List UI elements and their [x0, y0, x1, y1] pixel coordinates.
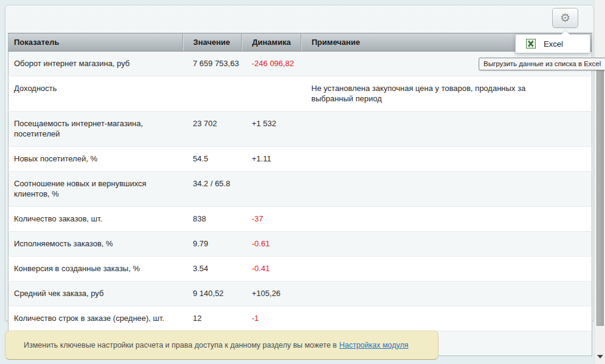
indicator-cell: Новых посетителей, % — [9, 147, 183, 172]
dynamics-cell — [242, 172, 301, 207]
column-header-dynamics[interactable]: Динамика — [242, 33, 301, 52]
indicator-cell: Исполняемость заказов, % — [9, 232, 183, 257]
excel-export-tooltip: Выгрузить данные из списка в Excel — [479, 58, 605, 70]
dynamics-cell: -246 096,82 — [242, 52, 301, 76]
report-toolbar: ⚙ — [5, 5, 593, 33]
value-cell: 34.2 / 65.8 — [183, 172, 242, 207]
indicator-cell: Оборот интернет магазина, руб — [9, 52, 183, 76]
gear-icon: ⚙ — [560, 12, 570, 24]
dynamics-cell: +105,26 — [242, 281, 301, 306]
column-header-indicator[interactable]: Показатель — [9, 33, 183, 52]
table-row: Конверсия в созданные заказы, % 3.54 -0.… — [9, 257, 592, 281]
note-cell — [301, 306, 592, 331]
note-cell — [301, 147, 592, 172]
report-table: Показатель Значение Динамика Примечание … — [8, 33, 592, 356]
indicator-cell: Доходность — [9, 76, 183, 112]
value-cell: 3.54 — [183, 257, 242, 281]
note-cell: Не установлена закупочная цена у товаров… — [301, 76, 592, 112]
report-panel: ⚙ Показатель Значение Динамика Примечани… — [5, 5, 594, 321]
indicator-cell: Конверсия в созданные заказы, % — [9, 257, 183, 281]
column-header-value[interactable]: Значение — [183, 33, 242, 52]
note-cell — [301, 281, 592, 306]
table-header-row: Показатель Значение Динамика Примечание — [9, 33, 592, 52]
note-cell — [301, 207, 592, 232]
settings-gear-button[interactable]: ⚙ — [552, 8, 578, 28]
value-cell — [183, 76, 242, 112]
module-settings-link[interactable]: Настройках модуля — [339, 341, 408, 349]
table-row: Соотношение новых и вернувшихся клиентов… — [9, 172, 592, 207]
table-row: Количество строк в заказе (среднее), шт.… — [9, 306, 592, 331]
module-notice-bar: Изменить ключевые настройки расчета и пр… — [5, 331, 439, 360]
table-row: Доходность Не установлена закупочная цен… — [9, 76, 592, 112]
value-cell: 12 — [183, 306, 242, 331]
dynamics-cell: +1 532 — [242, 112, 301, 147]
indicator-cell: Количество строк в заказе (среднее), шт. — [9, 306, 183, 331]
actions-dropdown: Excel — [515, 34, 590, 53]
value-cell: 54.5 — [183, 147, 242, 172]
dynamics-cell: -0.61 — [242, 232, 301, 257]
menu-item-excel[interactable]: Excel — [516, 35, 590, 53]
table-row: Количество заказов, шт. 838 -37 — [9, 207, 592, 232]
table-row: Средний чек заказа, руб 9 140,52 +105,26 — [9, 281, 592, 306]
note-cell — [301, 232, 592, 257]
dynamics-cell: -37 — [242, 207, 301, 232]
value-cell: 7 659 753,63 — [183, 52, 242, 76]
indicator-cell: Посещаемость интернет-магазина, посетите… — [9, 112, 183, 147]
indicator-cell: Средний чек заказа, руб — [9, 281, 183, 306]
value-cell: 23 702 — [183, 112, 242, 147]
dynamics-cell: +1.11 — [242, 147, 301, 172]
menu-item-excel-label: Excel — [544, 39, 563, 49]
table-row: Исполняемость заказов, % 9.79 -0.61 — [9, 232, 592, 257]
indicator-cell: Количество заказов, шт. — [9, 207, 183, 232]
notice-text: Изменить ключевые настройки расчета и пр… — [24, 341, 337, 349]
note-cell — [301, 257, 592, 281]
note-cell — [301, 112, 592, 147]
indicator-cell: Соотношение новых и вернувшихся клиентов… — [9, 172, 183, 207]
table-row: Посещаемость интернет-магазина, посетите… — [9, 112, 592, 147]
value-cell: 9 140,52 — [183, 281, 242, 306]
note-cell — [301, 172, 592, 207]
scrollbar-thumb[interactable] — [596, 65, 604, 326]
value-cell: 9.79 — [183, 232, 242, 257]
table-row: Новых посетителей, % 54.5 +1.11 — [9, 147, 592, 172]
dynamics-cell: -1 — [242, 306, 301, 331]
dynamics-cell: -0.41 — [242, 257, 301, 281]
dynamics-cell — [242, 76, 301, 112]
scrollbar-down-arrow-icon[interactable] — [597, 355, 603, 359]
value-cell: 838 — [183, 207, 242, 232]
excel-icon — [526, 39, 536, 49]
vertical-scrollbar[interactable] — [594, 0, 605, 364]
